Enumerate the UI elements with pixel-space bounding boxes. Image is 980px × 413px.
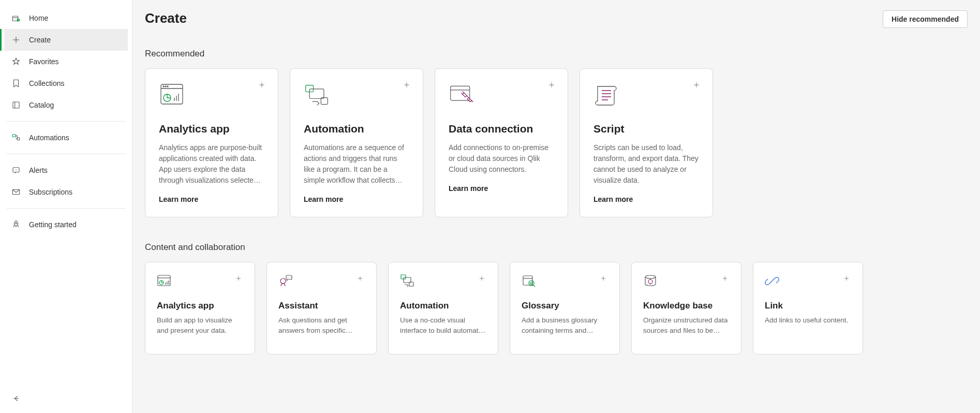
add-button[interactable]	[256, 79, 268, 91]
home-icon	[11, 13, 21, 23]
svg-rect-3	[12, 135, 16, 137]
learn-more-link[interactable]: Learn more	[159, 195, 264, 203]
sidebar-item-label: Home	[29, 14, 48, 22]
card-script[interactable]: Script Scripts can be used to load, tran…	[580, 68, 713, 217]
sidebar-item-label: Catalog	[29, 101, 54, 109]
card-title: Assistant	[278, 301, 365, 311]
card-title: Automation	[304, 123, 409, 135]
add-button[interactable]	[841, 273, 852, 284]
svg-point-22	[289, 277, 289, 277]
main-content: Create Hide recommended Recommended Anal…	[132, 0, 980, 413]
card-title: Glossary	[522, 301, 608, 311]
card-title: Knowledge base	[643, 301, 730, 311]
card-description: Add connections to on-premise or cloud d…	[449, 142, 554, 175]
sidebar-item-getting-started[interactable]: Getting started	[4, 214, 128, 235]
knowledge-base-icon	[643, 274, 658, 288]
add-button[interactable]	[691, 79, 702, 91]
svg-point-7	[16, 223, 17, 224]
automation-icon	[11, 133, 21, 142]
rocket-icon	[11, 220, 21, 229]
sidebar-item-create[interactable]: Create	[4, 29, 128, 51]
glossary-icon	[522, 274, 536, 288]
card-assistant[interactable]: Assistant Ask questions and get answers …	[266, 262, 377, 355]
page-title: Create	[145, 10, 187, 26]
divider	[6, 208, 126, 209]
card-title: Automation	[400, 301, 486, 311]
plus-icon	[11, 35, 21, 45]
data-connection-icon	[449, 82, 474, 108]
card-title: Data connection	[449, 123, 554, 135]
card-title: Link	[765, 301, 851, 311]
svg-point-29	[530, 282, 532, 284]
card-analytics-app[interactable]: Analytics app Analytics apps are purpose…	[145, 68, 278, 217]
svg-point-31	[648, 279, 652, 284]
content-cards: Analytics app Build an app to visualize …	[145, 262, 968, 355]
svg-rect-4	[17, 138, 20, 140]
section-title-recommended: Recommended	[145, 49, 968, 59]
card-description: Automations are a sequence of actions an…	[304, 142, 409, 186]
script-icon	[593, 82, 619, 108]
card-automation-small[interactable]: Automation Use a no-code visual interfac…	[388, 262, 498, 355]
card-data-connection[interactable]: Data connection Add connections to on-pr…	[435, 68, 568, 217]
divider	[6, 154, 126, 154]
svg-rect-8	[161, 84, 183, 104]
assistant-icon	[278, 274, 293, 288]
card-link[interactable]: Link Add links to useful content.	[753, 262, 863, 355]
svg-rect-14	[309, 89, 324, 99]
card-description: Organize unstructured data sources and f…	[643, 315, 730, 336]
card-title: Analytics app	[157, 301, 243, 311]
svg-point-21	[287, 277, 288, 277]
sidebar-item-collections[interactable]: Collections	[4, 72, 128, 94]
add-button[interactable]	[546, 79, 557, 91]
section-title-content: Content and collaboration	[145, 242, 968, 253]
link-icon	[765, 274, 779, 288]
svg-point-11	[167, 86, 168, 87]
sidebar-item-favorites[interactable]: Favorites	[4, 51, 128, 72]
sidebar: Home Create Favorites Collections Catalo…	[0, 0, 132, 413]
recommended-cards: Analytics app Analytics apps are purpose…	[145, 68, 968, 217]
card-title: Analytics app	[159, 123, 264, 135]
svg-rect-2	[13, 102, 19, 108]
svg-point-9	[163, 86, 164, 87]
svg-point-30	[645, 275, 656, 278]
divider	[6, 121, 126, 122]
catalog-icon	[11, 100, 21, 110]
learn-more-link[interactable]: Learn more	[593, 195, 699, 203]
card-glossary[interactable]: Glossary Add a business glossary contain…	[510, 262, 620, 355]
automation-icon	[400, 274, 414, 288]
add-button[interactable]	[476, 273, 487, 284]
card-description: Scripts can be used to load, transform, …	[593, 142, 699, 186]
hide-recommended-button[interactable]: Hide recommended	[883, 10, 968, 28]
card-analytics-app-small[interactable]: Analytics app Build an app to visualize …	[145, 262, 255, 355]
add-button[interactable]	[598, 273, 609, 284]
card-description: Build an app to visualize and present yo…	[157, 315, 243, 336]
svg-point-23	[290, 277, 291, 277]
add-button[interactable]	[401, 79, 412, 91]
sidebar-item-automations[interactable]: Automations	[4, 127, 128, 149]
automation-icon	[304, 82, 330, 108]
add-button[interactable]	[719, 273, 731, 284]
sidebar-item-home[interactable]: Home	[4, 7, 128, 29]
sidebar-item-subscriptions[interactable]: Subscriptions	[4, 181, 128, 203]
card-description: Add links to useful content.	[765, 315, 851, 326]
analytics-app-icon	[157, 274, 171, 288]
add-button[interactable]	[354, 273, 366, 284]
sidebar-item-label: Collections	[29, 79, 64, 87]
card-automation[interactable]: Automation Automations are a sequence of…	[290, 68, 423, 217]
add-button[interactable]	[233, 273, 244, 284]
card-knowledge-base[interactable]: Knowledge base Organize unstructured dat…	[631, 262, 741, 355]
learn-more-link[interactable]: Learn more	[304, 195, 409, 203]
learn-more-link[interactable]: Learn more	[449, 184, 554, 193]
card-description: Use a no-code visual interface to build …	[400, 315, 486, 336]
star-icon	[11, 57, 21, 66]
card-description: Ask questions and get answers from speci…	[278, 315, 365, 336]
card-description: Analytics apps are purpose-built applica…	[159, 142, 264, 186]
sidebar-item-label: Automations	[29, 134, 69, 142]
mail-icon	[11, 187, 21, 197]
sidebar-item-alerts[interactable]: Alerts	[4, 159, 128, 181]
svg-rect-16	[451, 86, 470, 100]
svg-point-19	[280, 278, 286, 284]
sidebar-item-catalog[interactable]: Catalog	[4, 94, 128, 116]
collapse-sidebar-button[interactable]	[9, 391, 24, 406]
bookmark-icon	[11, 79, 21, 88]
